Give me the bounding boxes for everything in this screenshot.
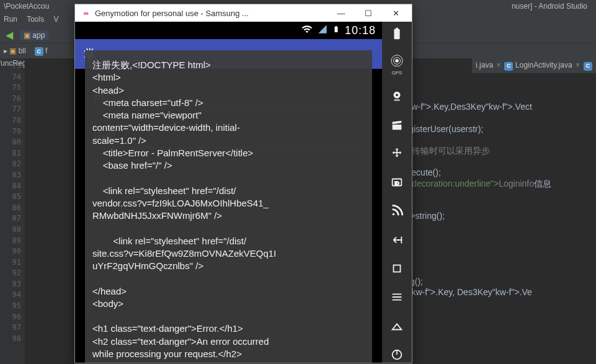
app-module-chip[interactable]: ▣ app [20,30,48,40]
svg-point-5 [393,213,395,216]
line-gutter: 73 74 75 76 77 78 79 80 81 82 83 84 85 8… [0,58,25,364]
close-button[interactable]: ✕ [382,6,409,20]
gps-label: GPS [392,70,403,76]
android-menu-icon[interactable] [388,289,406,305]
menu-v[interactable]: V [54,15,59,24]
clapper-icon[interactable] [388,117,406,133]
error-dialog[interactable]: 注册失败,<!DOCTYPE html> <html> <head> <meta… [85,50,372,363]
gps-icon[interactable] [388,54,406,68]
minimize-button[interactable]: — [327,6,355,20]
menu-tools[interactable]: Tools [27,15,44,24]
svg-point-0 [395,60,399,63]
signal-icon [318,24,327,37]
wifi-icon [301,24,313,37]
webcam-icon[interactable] [388,88,406,104]
genymotion-window: ∞ Genymotion for personal use - Samsung … [74,4,412,363]
geny-body: 10:18 掌 用户 密码 注册失败,<!DOCTYPE html> <html… [75,22,412,363]
tab-f[interactable]: C f [35,47,48,56]
svg-point-2 [396,94,398,97]
geny-title: Genymotion for personal use - Samsung ..… [95,9,327,18]
android-back-icon[interactable] [388,232,406,248]
svg-text:ID: ID [394,180,399,186]
tab-bll[interactable]: ▸ ▣ bll [4,47,26,55]
studio-title-left: \PocketAccou [4,2,49,12]
clock: 10:18 [345,24,376,37]
back-button[interactable]: ◀ [4,30,15,41]
menu-run[interactable]: Run [4,15,17,24]
battery-icon [332,24,340,37]
maximize-button[interactable]: ☐ [355,6,382,20]
android-recents-icon[interactable] [388,260,406,277]
id-icon[interactable]: ID [388,174,406,190]
battery-icon[interactable] [388,25,406,42]
android-status-bar: 10:18 [75,22,382,39]
rss-icon[interactable] [388,203,406,219]
android-home-icon[interactable] [388,317,406,334]
tab-extra[interactable]: C [584,60,592,71]
geny-sidebar: GPS ID [382,22,412,363]
move-icon[interactable] [388,146,406,162]
geny-titlebar[interactable]: ∞ Genymotion for personal use - Samsung … [75,4,412,22]
error-text: 注册失败,<!DOCTYPE html> <html> <head> <meta… [92,59,365,363]
phone-screen[interactable]: 10:18 掌 用户 密码 注册失败,<!DOCTYPE html> <html… [75,22,382,363]
power-icon[interactable] [388,347,406,363]
genymotion-icon: ∞ [81,8,91,18]
svg-rect-6 [394,265,401,272]
